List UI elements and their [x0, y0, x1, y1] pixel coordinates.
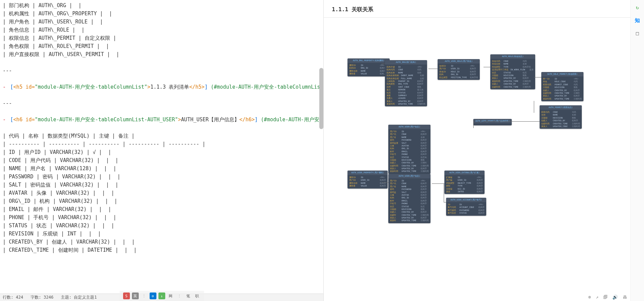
db-row: 帐号代码ACCOUNT_CODE机构字: [448, 206, 485, 209]
editor-scrollbar[interactable]: [319, 68, 323, 129]
connector-line: [382, 182, 388, 183]
db-row: 更新人UPDATED_BY机构字: [390, 216, 429, 219]
db-table-body: 用户IDID<PK>用户代CODE机构字用户名NAME名称密码PASSWORD机…: [388, 129, 430, 174]
db-row: 头像AVATAR机构字: [390, 144, 429, 147]
db-row: 机构ORG_ID机构字: [439, 73, 478, 76]
db-table-t5[interactable]: AUTH_ROLE_PERMIT(角色权限)唯一IDID<PK>角色ROLE_C…: [541, 72, 583, 101]
db-table-t9[interactable]: AUTH_USER_PROPERTY(用户属性)属性IDID<PK>用户IDUS…: [348, 171, 388, 189]
app-icon-2[interactable]: 英: [132, 293, 139, 299]
db-row: 机位类型POSITION_TYPE机构字符: [439, 76, 478, 79]
connector-line: [473, 121, 474, 128]
preview-title: 1.1.1 关联关系: [332, 6, 636, 13]
tray-icon-3[interactable]: 🗐: [603, 295, 608, 300]
db-table-body: 唯一IDID<PK>角色ROLE_CODE代码权限代码PERMIT_CODE代码…: [541, 76, 583, 101]
markdown-editor[interactable]: | 部门机构 | AUTH\_ORG | | | 机构属性 | AUTH\_OR…: [0, 0, 323, 292]
db-table-t8[interactable]: AUTH_USER(用户信息)用户IDID<PK>用户代CODE机构字用户名NA…: [388, 125, 430, 174]
db-table-t6[interactable]: AUTH_PERMIT(权限信息)权限代码CODE代码名称NAME名称乐观锁RE…: [540, 105, 582, 129]
db-row: 邮件EMAIL机构字: [390, 199, 429, 202]
app-icon-1[interactable]: S: [123, 293, 130, 299]
app-icon-9[interactable]: 职: [194, 293, 201, 299]
db-table-body: 属性IDID<PK>用户IDUSER_ID机构字属性名称NAME机构字属性值VA…: [348, 175, 388, 189]
db-row: 机构名称全程FULL_NAME全程: [387, 77, 425, 80]
db-row: 创建时间CREATED_TIME日期时间: [541, 122, 580, 125]
db-row: 属性IDID<PK>: [349, 176, 386, 179]
line-count-label: 行数:: [3, 295, 13, 300]
db-table-header: AUTH_USER_ACCOUNT(用户账号): [446, 198, 486, 202]
db-row: 更新人UPDATED_BY机构字: [387, 100, 425, 103]
db-row: 上级机构PARENT_ID机构字: [387, 80, 425, 83]
db-row: 属性名称NAME机构字母: [349, 70, 388, 72]
db-row: 权限代码PERMIT_CODE代码: [543, 83, 582, 86]
db-row: 更新人UPDATED_BY机构字: [492, 77, 533, 79]
db-table-body: 用户IDID<PK>用户代CODE机构字用户名NAME机构字密码PASSWORD…: [388, 178, 430, 223]
zhihu-icon[interactable]: 知: [634, 17, 641, 24]
db-row: 更新人UPDATED_BY机构字: [390, 167, 429, 170]
db-row: 状态STATUS机构字: [387, 91, 425, 94]
taskbar-apps: S 英 ⋮ ⊙ ↓ 网 ⋮ 笔 职: [120, 291, 204, 301]
db-row: 用户名NAME名称: [390, 136, 429, 139]
db-table-header: AUTH_ORG(部门机构): [385, 60, 427, 65]
connector-line: [540, 113, 540, 113]
line-count-value: 424: [16, 295, 23, 300]
db-row: 状态STATUS状态: [492, 71, 533, 74]
tray-icon-1[interactable]: ⊗: [588, 295, 591, 300]
db-row: 创建人CREATED_BY日期时: [390, 161, 429, 164]
db-row: 唯一IDID<PK>: [543, 77, 582, 80]
connector-line: [534, 77, 541, 77]
mobile-icon[interactable]: □: [634, 30, 641, 37]
db-row: 用户IDUSER_ID机构字: [439, 67, 478, 70]
db-row: 帐号密码PASSWORD机构字: [448, 209, 485, 212]
db-row: 备注REMARK备注描: [387, 88, 425, 91]
db-row: 乐观锁REVISION整数: [541, 117, 580, 119]
db-table-header: AUTH_USER(用户信息): [388, 125, 430, 129]
db-table-t10[interactable]: AUTH_USER(用户信息)用户IDID<PK>用户代CODE机构字用户名NA…: [388, 174, 430, 223]
app-icon-3[interactable]: ⋮: [141, 293, 148, 299]
preview-header: 1.1.1 关联关系: [324, 0, 644, 18]
db-row: 用户编USER_ID机构字: [446, 179, 483, 181]
db-row: 机构ORG_ID机构字: [390, 147, 429, 150]
db-row: 创建时CREATED_TIME日期时间: [390, 214, 429, 216]
app-icon-4[interactable]: ⊙: [150, 293, 156, 299]
tray-icon-2[interactable]: ↗: [596, 295, 598, 300]
db-table-t11[interactable]: AUTH_USER_EXTEND(用户扩展)扩展编ID<PK>用户编USER_I…: [444, 171, 485, 194]
db-row: 名称NAME名称: [541, 113, 580, 116]
db-table-t4[interactable]: AUTH_ROLE(角色信息)角色代码CODE代码角色名称NAME名称角色类型T…: [490, 54, 535, 89]
connector-line: [484, 67, 490, 67]
db-row: 密码盐SALT机构字: [390, 191, 429, 194]
db-table-body: 扩展编ID<PK>用户编USER_ID机构字对象类型OBJECT_TYPE机构字…: [444, 175, 485, 194]
tray-icon-4[interactable]: 🔊: [612, 295, 618, 300]
db-table-body: 属性IDID<PK>机构IDORG_ID机构字母属性名称NAME机构字母属性值V…: [348, 63, 390, 76]
db-row: 机构类型ORG_TYPE机构字: [387, 83, 425, 85]
db-row: 更新人UPDATER_CODE日期时间: [541, 125, 580, 128]
app-icon-6[interactable]: 网: [167, 293, 174, 299]
er-diagram[interactable]: AUTH_ORG_PROPERTY(机构属性)属性IDID<PK>机构IDORG…: [344, 31, 603, 242]
db-row: 是否应用于工作流IN_WORK_FLOW是否: [492, 68, 533, 71]
refresh-icon[interactable]: ↻: [634, 4, 641, 11]
db-table-t7[interactable]: AUTH_USER_PERMIT(用户直接权限): [473, 119, 512, 125]
app-icon-5[interactable]: ↓: [158, 293, 165, 299]
db-row: 权限代码CODE代码: [541, 111, 580, 113]
db-table-t12[interactable]: AUTH_USER_ACCOUNT(用户账号)IDID<PK>帐号代码ACCOU…: [446, 198, 486, 216]
db-row: 更新人UPDATED_BY机构字: [543, 94, 582, 97]
db-table-header: AUTH_ORG_PROPERTY(机构属性): [348, 58, 390, 63]
db-table-t3[interactable]: AUTH_USER_ROLE(用户角色)实例IDID<PK>用户IDUSER_I…: [438, 59, 480, 80]
db-row: 描述INTRO机构字: [446, 190, 483, 193]
db-table-t2[interactable]: AUTH_ORG(部门机构)机构主键ID<PK>机构代码CODE代码机构名称NA…: [385, 60, 427, 106]
db-row: 角色类型TYPE机构字符: [492, 66, 533, 68]
db-table-body: [473, 123, 512, 125]
connector-line: [444, 202, 446, 202]
db-row: 角色ROLE_CODE代码: [543, 80, 582, 83]
connector-line: [534, 101, 534, 113]
app-icon-8[interactable]: 笔: [185, 293, 192, 299]
db-row: 创建人CREATED_BY机构字: [390, 211, 429, 213]
db-row: 属性值VALUE机构字: [349, 184, 386, 187]
db-row: 密码PASSWORD机构字: [390, 188, 429, 191]
db-row: 用户IDUSER_ID机构字: [349, 179, 386, 181]
app-icon-7[interactable]: ⋮: [176, 293, 183, 299]
db-row: 手机号PHONE机构字: [390, 153, 429, 156]
db-table-t1[interactable]: AUTH_ORG_PROPERTY(机构属性)属性IDID<PK>机构IDORG…: [348, 58, 390, 76]
db-row: 创建人CREATED_BY机构字: [543, 89, 582, 92]
db-row: IDID<PK>: [448, 203, 485, 206]
tray-icon-5[interactable]: 🖷: [623, 295, 627, 300]
db-row: 排序SORT_CODE整数: [387, 86, 425, 88]
